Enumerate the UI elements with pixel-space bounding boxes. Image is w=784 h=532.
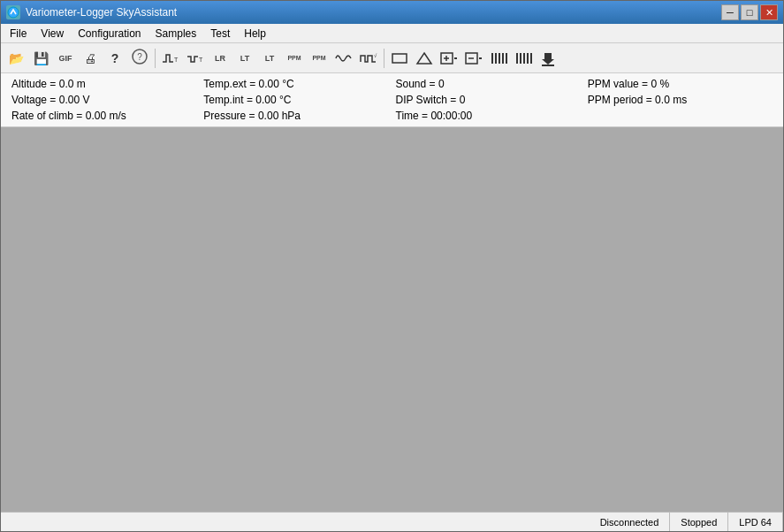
signal-t1-button[interactable]: T (159, 47, 182, 70)
pulse-button[interactable]: √ (357, 47, 380, 70)
menu-test[interactable]: Test (203, 26, 237, 42)
wave-button[interactable] (332, 47, 355, 70)
menu-bar: File View Configuration Samples Test Hel… (1, 24, 783, 43)
save-button[interactable]: 💾 (29, 47, 52, 70)
temp-ext-status: Temp.ext = 0.00 °C (200, 77, 392, 91)
lr-button[interactable]: LR (209, 47, 232, 70)
help-button[interactable]: ? (103, 47, 126, 70)
zoom-out-button[interactable] (462, 47, 485, 70)
svg-rect-6 (392, 54, 407, 63)
time-status: Time = 00:00:00 (392, 109, 584, 123)
title-bar: Variometer-Logger SkyAssistant ─ □ ✕ (1, 1, 783, 24)
about-button[interactable]: ? (128, 47, 151, 70)
close-button[interactable]: ✕ (760, 4, 778, 20)
main-window: Variometer-Logger SkyAssistant ─ □ ✕ Fil… (0, 0, 784, 532)
status-bar: Disconnected Stopped LPD 64 (1, 512, 783, 531)
svg-text:?: ? (137, 52, 142, 62)
separator-1 (155, 49, 156, 68)
toolbar: 📂 💾 GIF 🖨 ? ? T T (1, 43, 783, 73)
zoom-in-button[interactable] (438, 47, 461, 70)
export-gif-button[interactable]: GIF (54, 47, 77, 70)
triangle-button[interactable] (413, 47, 436, 70)
download-button[interactable] (537, 47, 559, 70)
app-icon (6, 5, 20, 19)
window-title: Variometer-Logger SkyAssistant (26, 6, 177, 19)
menu-help[interactable]: Help (237, 26, 273, 42)
title-bar-left: Variometer-Logger SkyAssistant (6, 5, 177, 19)
rect-button[interactable] (388, 47, 411, 70)
ppm1-button[interactable]: PPM (283, 47, 306, 70)
dip-switch-status: DIP Switch = 0 (392, 93, 584, 107)
maximize-button[interactable]: □ (741, 4, 758, 20)
print-button[interactable]: 🖨 (79, 47, 102, 70)
title-controls: ─ □ ✕ (721, 4, 778, 20)
main-content-area (1, 127, 783, 512)
connection-status: Disconnected (1, 513, 670, 531)
lt2-button[interactable]: LT (258, 47, 281, 70)
lt-button[interactable]: LT (233, 47, 256, 70)
svg-text:T: T (199, 57, 203, 63)
mode-status: LPD 64 (728, 513, 783, 531)
rate-of-climb-status: Rate of climb = 0.00 m/s (8, 109, 200, 123)
bars1-button[interactable] (487, 47, 510, 70)
voltage-status: Voltage = 0.00 V (8, 93, 200, 107)
menu-samples[interactable]: Samples (148, 26, 204, 42)
ppm-period-status: PPM period = 0.0 ms (584, 93, 776, 107)
bars2-button[interactable] (512, 47, 535, 70)
status-panel: Altitude = 0.0 m Temp.ext = 0.00 °C Soun… (1, 73, 783, 127)
state-status: Stopped (670, 513, 728, 531)
separator-2 (384, 49, 384, 68)
signal-t2-button[interactable]: T (184, 47, 207, 70)
menu-view[interactable]: View (34, 26, 71, 42)
svg-text:T: T (174, 57, 179, 63)
menu-configuration[interactable]: Configuration (71, 26, 148, 42)
sound-status: Sound = 0 (392, 77, 584, 91)
temp-int-status: Temp.int = 0.00 °C (200, 93, 392, 107)
altitude-status: Altitude = 0.0 m (8, 77, 200, 91)
ppm-value-status: PPM value = 0 % (584, 77, 776, 91)
minimize-button[interactable]: ─ (721, 4, 739, 20)
svg-text:√: √ (374, 53, 377, 58)
pressure-status: Pressure = 0.00 hPa (200, 109, 392, 123)
ppm2-button[interactable]: PPM (308, 47, 331, 70)
menu-file[interactable]: File (3, 26, 34, 42)
open-button[interactable]: 📂 (4, 47, 27, 70)
